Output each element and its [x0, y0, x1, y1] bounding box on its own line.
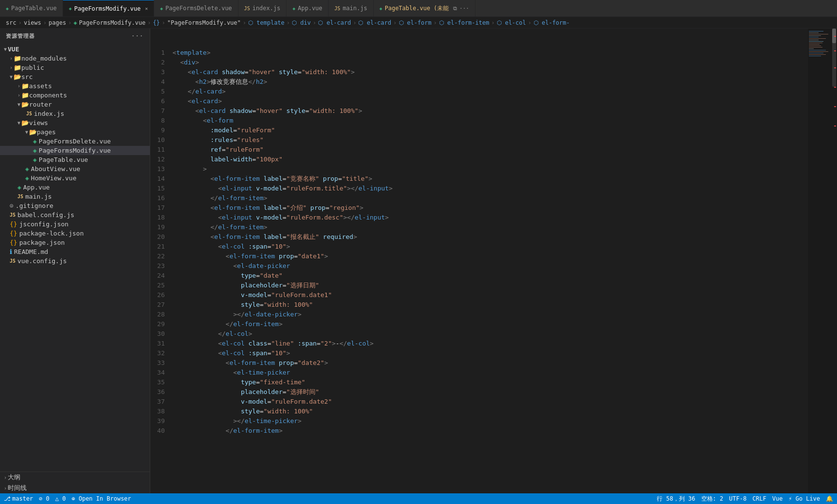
- tree-label: PageTable.vue: [39, 156, 88, 163]
- tree-item-babelconfig[interactable]: JS babel.config.js: [0, 210, 150, 220]
- svg-rect-24: [834, 87, 836, 88]
- json-icon: {}: [10, 220, 17, 228]
- indentation-indicator[interactable]: 空格: 2: [701, 495, 724, 503]
- tree-item-packagejson[interactable]: {} package.json: [0, 238, 150, 247]
- minimap-svg: [808, 29, 837, 416]
- bc-file[interactable]: PageFormsModify.vue: [79, 19, 145, 26]
- bc-tag1[interactable]: ⬡ template: [248, 19, 284, 26]
- bc-tag8[interactable]: ⬡ el-form-: [534, 19, 570, 26]
- timeline-label: 时间线: [8, 484, 27, 492]
- tree-item-gitignore[interactable]: ⊙ .gitignore: [0, 201, 150, 210]
- tree-item-pages[interactable]: ▼ 📂 pages: [0, 127, 150, 137]
- main-layout: 资源管理器 ··· ▼ VUE › 📁 node_modules › 📁 pub…: [0, 29, 837, 493]
- svg-rect-13: [809, 48, 814, 49]
- tree-item-homeview[interactable]: ◈ HomeView.vue: [0, 173, 150, 183]
- code-line-37: 37 v-model="ruleForm.date2": [155, 397, 803, 407]
- tab-indexjs[interactable]: JS index.js: [238, 0, 287, 16]
- close-icon[interactable]: ✕: [145, 6, 148, 11]
- json-icon: {}: [10, 230, 17, 237]
- branch-indicator[interactable]: ⎇ master: [4, 495, 33, 502]
- js-icon: JS: [334, 6, 340, 11]
- tree-item-router-indexjs[interactable]: JS index.js: [0, 109, 150, 118]
- tab-pagetable2[interactable]: ◈ PageTable.vue (未能 ⧉ ···: [374, 0, 475, 16]
- code-line-4: 4 <h2>修改竞赛信息</h2>: [155, 77, 803, 87]
- sidebar-more-button[interactable]: ···: [131, 33, 144, 39]
- bc-tag4[interactable]: ⬡ el-card: [358, 19, 391, 26]
- language-indicator[interactable]: Vue: [772, 495, 783, 502]
- svg-rect-2: [809, 32, 819, 33]
- tree-item-aboutview[interactable]: ◈ AboutView.vue: [0, 164, 150, 173]
- outline-item[interactable]: › 大纲: [0, 472, 150, 483]
- tab-mainjs[interactable]: JS main.js: [329, 0, 374, 16]
- code-line-20: 20 <el-form-item label="报名截止" required>: [155, 232, 803, 242]
- bc-tag5[interactable]: ⬡ el-form: [399, 19, 432, 26]
- folder-open-icon: 📂: [14, 73, 21, 80]
- tree-item-readme[interactable]: ℹ README.md: [0, 247, 150, 256]
- bc-tag2[interactable]: ⬡ div: [292, 19, 311, 26]
- tree-item-jsconfigjson[interactable]: {} jsconfig.json: [0, 220, 150, 229]
- folder-icon: 📁: [21, 92, 29, 99]
- caret-right-icon: ›: [4, 475, 7, 480]
- info-icon: ℹ: [10, 248, 12, 255]
- vue-icon: ◈: [292, 6, 295, 11]
- bc-tag3[interactable]: ⬡ el-card: [318, 19, 351, 26]
- code-line-11: 11 ref="ruleForm": [155, 145, 803, 155]
- tab-pageformsmodify[interactable]: ◈ PageFormsModify.vue ✕: [63, 0, 154, 16]
- bc-pages[interactable]: pages: [48, 19, 66, 26]
- code-line-9: 9 :model="ruleForm": [155, 126, 803, 135]
- tree-item-assets[interactable]: › 📁 assets: [0, 81, 150, 91]
- warnings-indicator[interactable]: △ 0: [55, 495, 66, 502]
- bc-bracket[interactable]: {}: [153, 19, 159, 26]
- code-line-26: 26 v-model="ruleForm.date1": [155, 290, 803, 300]
- encoding-indicator[interactable]: UTF-8: [729, 495, 746, 502]
- tree-item-node-modules[interactable]: › 📁 node_modules: [0, 54, 150, 63]
- svg-rect-1: [809, 31, 823, 32]
- code-editor[interactable]: 1 <template> 2 <div> 3 <el-card shadow="…: [150, 29, 808, 493]
- tree-item-components[interactable]: › 📁 components: [0, 91, 150, 100]
- svg-rect-8: [809, 41, 823, 42]
- tab-label: index.js: [253, 5, 281, 12]
- caret-right-icon: ›: [10, 56, 13, 61]
- open-browser-button[interactable]: ⊕ Open In Browser: [72, 495, 131, 502]
- code-line-22: 22 <el-form-item prop="date1">: [155, 252, 803, 261]
- tree-item-public[interactable]: › 📁 public: [0, 63, 150, 72]
- tree-project-root[interactable]: ▼ VUE: [0, 45, 150, 54]
- bc-filename-str[interactable]: "PageFormsModify.vue": [167, 19, 241, 26]
- bc-tag7[interactable]: ⬡ el-col: [497, 19, 526, 26]
- tab-pageformsdelete[interactable]: ◈ PageFormsDelete.vue: [154, 0, 238, 16]
- code-line-19: 19 </el-form-item>: [155, 222, 803, 232]
- bc-src[interactable]: src: [6, 19, 16, 26]
- minimap[interactable]: [808, 29, 837, 493]
- bc-views[interactable]: views: [24, 19, 41, 26]
- tree-item-appvue[interactable]: ◈ App.vue: [0, 183, 150, 192]
- bc-tag6[interactable]: ⬡ el-form-item: [439, 19, 490, 26]
- line-ending-indicator[interactable]: CRLF: [752, 495, 766, 502]
- live-server-button[interactable]: ⚡ Go Live: [789, 495, 820, 502]
- notification-bell-icon[interactable]: 🔔: [826, 495, 833, 502]
- tree-item-src[interactable]: ▼ 📂 src: [0, 72, 150, 81]
- git-branch-icon: ⎇: [4, 495, 11, 502]
- timeline-item[interactable]: › 时间线: [0, 483, 150, 493]
- tree-item-vueconfig[interactable]: JS vue.config.js: [0, 256, 150, 266]
- svg-rect-3: [809, 34, 828, 34]
- tree-item-router[interactable]: ▼ 📂 router: [0, 100, 150, 109]
- tree-item-pagetable[interactable]: ◈ PageTable.vue: [0, 155, 150, 164]
- folder-open-icon: 📂: [21, 119, 29, 126]
- vue-icon: ◈: [25, 174, 29, 182]
- svg-rect-23: [834, 67, 836, 68]
- tree-item-pageformsmodify[interactable]: ◈ PageFormsModify.vue: [0, 146, 150, 155]
- tab-pagetable[interactable]: ◈ PageTable.vue: [0, 0, 63, 16]
- caret-down-icon: ▼: [17, 120, 20, 126]
- caret-down-icon: ▼: [10, 74, 13, 79]
- errors-indicator[interactable]: ⊘ 0: [39, 495, 49, 502]
- tree-item-mainjs[interactable]: JS main.js: [0, 192, 150, 201]
- tree-item-packagelockjson[interactable]: {} package-lock.json: [0, 229, 150, 238]
- cursor-position[interactable]: 行 58，列 36: [657, 495, 695, 503]
- svg-rect-9: [809, 43, 822, 43]
- code-line-24: 24 type="date": [155, 271, 803, 281]
- tree-item-pageformsdelete[interactable]: ◈ PageFormsDelete.vue: [0, 137, 150, 146]
- tab-appvue[interactable]: ◈ App.vue: [286, 0, 329, 16]
- tree-item-views[interactable]: ▼ 📂 views: [0, 118, 150, 127]
- caret-down-icon: ▼: [4, 47, 7, 52]
- tree-label: router: [29, 101, 52, 108]
